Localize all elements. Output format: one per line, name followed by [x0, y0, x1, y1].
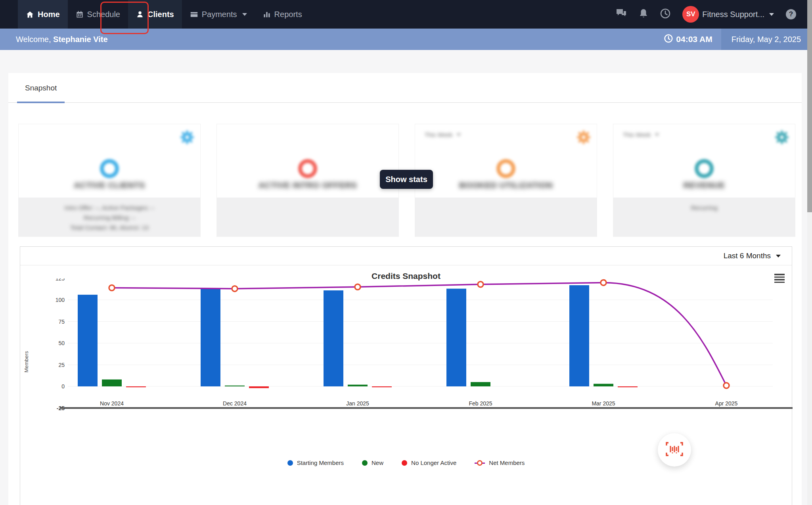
nav-item-label: Clients: [147, 10, 174, 19]
bell-icon[interactable]: [639, 8, 648, 20]
show-stats-button[interactable]: Show stats: [380, 170, 433, 189]
svg-text:Nov 2024: Nov 2024: [100, 400, 124, 407]
tab-bar: Snapshot: [8, 73, 802, 103]
active-intro-offers-spinner: [298, 159, 317, 178]
card-footer: [415, 198, 597, 236]
chevron-down-icon: [655, 134, 659, 136]
legend-item-starting-members[interactable]: Starting Members: [287, 459, 344, 466]
barcode-icon: [665, 442, 684, 458]
card-footer: Intro Offer: –, Active Packages: – Recur…: [19, 198, 200, 236]
nav-item-payments[interactable]: Payments: [182, 0, 255, 29]
nav-utilities: SV Fitness Support... ?: [616, 0, 796, 29]
booked-utilization-spinner: [496, 159, 515, 178]
nav-item-label: Schedule: [87, 10, 120, 19]
gear-icon[interactable]: [577, 131, 590, 146]
legend-item-net-members[interactable]: Net Members: [475, 459, 525, 466]
user-name: Stephanie Vite: [53, 35, 107, 44]
person-icon: [136, 10, 144, 18]
legend-item-new[interactable]: New: [362, 459, 383, 466]
svg-text:125: 125: [56, 278, 65, 282]
nav-item-home[interactable]: Home: [18, 0, 68, 29]
card-title: ACTIVE CLIENTS: [19, 180, 200, 190]
gear-icon[interactable]: [180, 131, 194, 146]
card-footer: [217, 198, 398, 236]
home-icon: [26, 10, 34, 19]
card-title: BOOKED UTILIZATION: [415, 180, 597, 190]
account-name: Fitness Support...: [702, 10, 764, 19]
welcome-message: Welcome, Stephanie Vite: [16, 35, 664, 44]
card-active-clients: ACTIVE CLIENTS Intro Offer: –, Active Pa…: [18, 124, 201, 237]
card-title: ACTIVE INTRO OFFERS: [217, 180, 398, 190]
clock-icon[interactable]: [660, 8, 670, 20]
card-revenue: This Week REVENUE Recurring: [613, 124, 795, 237]
legend-marker: [475, 460, 485, 466]
chevron-down-icon: [242, 13, 247, 16]
svg-text:Mar 2025: Mar 2025: [592, 400, 615, 407]
nav-item-reports[interactable]: Reports: [255, 0, 310, 29]
card-footer: Recurring: [613, 198, 795, 236]
card-booked-utilization: This Week BOOKED UTILIZATION: [415, 124, 597, 237]
chevron-down-icon: [457, 134, 461, 136]
vertical-scrollbar[interactable]: [807, 0, 812, 505]
chevron-down-icon: [776, 255, 781, 257]
tab-snapshot[interactable]: Snapshot: [17, 73, 65, 103]
svg-text:100: 100: [56, 297, 65, 303]
credits-snapshot-chart: 1501251007550250-25MembersNov 2024Dec 20…: [20, 278, 793, 457]
scrollbar-thumb[interactable]: [807, 0, 812, 212]
nav-item-clients[interactable]: Clients: [128, 0, 182, 29]
top-nav: Home Schedule Clients Payments Report: [0, 0, 812, 29]
gear-icon[interactable]: [775, 131, 789, 146]
card-range-select[interactable]: This Week: [623, 131, 659, 138]
card-title: REVENUE: [613, 180, 795, 190]
nav-item-label: Reports: [274, 10, 302, 19]
legend-item-no-longer-active[interactable]: No Longer Active: [402, 459, 456, 466]
welcome-bar: Welcome, Stephanie Vite 04:03 AM Friday,…: [0, 29, 812, 50]
calendar-icon: [76, 10, 84, 18]
svg-text:Dec 2024: Dec 2024: [223, 400, 247, 407]
svg-text:Jan 2025: Jan 2025: [346, 400, 369, 407]
legend-marker: [287, 460, 293, 466]
chart-range-select[interactable]: Last 6 Months: [724, 252, 781, 260]
chevron-down-icon: [769, 13, 774, 16]
current-time: 04:03 AM: [664, 34, 721, 45]
bar-chart-icon: [263, 10, 271, 18]
legend-marker: [402, 460, 407, 466]
dashboard-content: Snapshot ACTIVE CLIENTS Intro Offer: –, …: [8, 73, 802, 505]
nav-item-schedule[interactable]: Schedule: [68, 0, 128, 29]
svg-text:50: 50: [58, 340, 65, 346]
svg-text:75: 75: [58, 319, 65, 325]
chat-icon[interactable]: [616, 8, 627, 20]
nav-item-label: Payments: [202, 10, 237, 19]
svg-text:25: 25: [58, 362, 65, 368]
card-range-select[interactable]: This Week: [425, 131, 461, 138]
active-clients-spinner: [100, 159, 119, 178]
panel-header: Last 6 Months: [20, 247, 792, 265]
card-active-intro-offers: ACTIVE INTRO OFFERS: [216, 124, 399, 237]
revenue-spinner: [695, 159, 714, 178]
svg-text:Apr 2025: Apr 2025: [715, 400, 738, 407]
legend-marker: [362, 460, 368, 466]
svg-text:0: 0: [61, 383, 65, 390]
credits-snapshot-panel: Last 6 Months Credits Snapshot 150125100…: [20, 246, 792, 505]
help-icon[interactable]: ?: [786, 9, 796, 19]
nav-item-label: Home: [38, 10, 60, 19]
nav-menu: Home Schedule Clients Payments Report: [18, 0, 310, 29]
avatar: SV: [682, 6, 699, 23]
svg-text:Feb 2025: Feb 2025: [469, 400, 492, 407]
barcode-loader-badge: [658, 433, 691, 467]
current-date: Friday, May 2, 2025: [721, 29, 812, 50]
clock-icon: [664, 34, 673, 45]
svg-text:Members: Members: [23, 351, 29, 373]
account-menu[interactable]: SV Fitness Support...: [682, 6, 774, 23]
credit-card-icon: [190, 10, 198, 19]
